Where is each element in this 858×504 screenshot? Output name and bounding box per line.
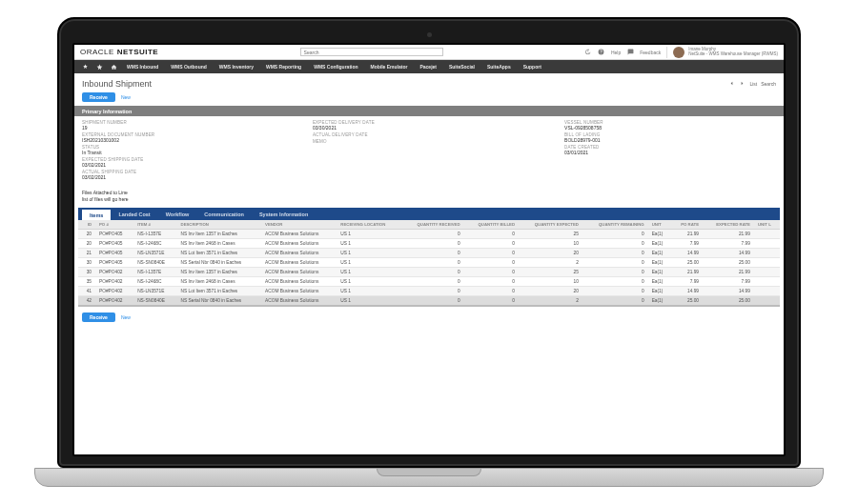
col-qbill[interactable]: QUANTITY BILLED bbox=[464, 220, 519, 230]
nav-support[interactable]: Support bbox=[518, 60, 547, 73]
cell-po: PO#PO405 bbox=[95, 258, 133, 268]
col-unit[interactable]: UNIT bbox=[648, 220, 671, 230]
table-row[interactable]: 42PO#PO402NS-SN0840ENS Serial Nbr 0840 i… bbox=[78, 296, 780, 307]
home-icon[interactable] bbox=[107, 60, 120, 73]
feedback-icon[interactable] bbox=[626, 49, 634, 56]
cell-id: 20 bbox=[78, 239, 95, 249]
star-icon[interactable] bbox=[92, 60, 106, 73]
subtab-workflow[interactable]: Workflow bbox=[158, 208, 197, 220]
cell-item: NS-LN3571E bbox=[133, 287, 176, 296]
cell-unit: Ea(1) bbox=[648, 258, 671, 268]
cell-desc: NS Inv Item 2468 in Cases bbox=[177, 277, 262, 287]
subtab-landed-cost[interactable]: Landed Cost bbox=[111, 208, 157, 220]
cell-qrem: 0 bbox=[582, 249, 648, 258]
subtab-communication[interactable]: Communication bbox=[196, 208, 252, 220]
table-row[interactable]: 35PO#PO402NS-I-2468CNS Inv Item 2468 in … bbox=[78, 277, 780, 287]
cell-qexp: 2 bbox=[519, 258, 582, 268]
primary-col-1: SHIPMENT NUMBER19 EXTERNAL DOCUMENT NUMB… bbox=[82, 120, 294, 182]
history-icon[interactable] bbox=[584, 49, 592, 56]
global-search-input[interactable] bbox=[300, 48, 443, 56]
cell-id: 21 bbox=[78, 249, 95, 258]
prev-record-icon[interactable] bbox=[728, 80, 735, 88]
next-record-icon[interactable] bbox=[739, 80, 746, 88]
col-loc[interactable]: RECEIVING LOCATION bbox=[337, 220, 401, 230]
search-link[interactable]: Search bbox=[761, 81, 776, 87]
cell-erate: 25.00 bbox=[703, 296, 754, 307]
nav-wms-outbound[interactable]: WMS Outbound bbox=[165, 60, 213, 73]
cell-loc: US 1 bbox=[337, 258, 401, 268]
cell-id: 42 bbox=[78, 296, 95, 307]
table-row[interactable]: 30PO#PO405NS-SN0840ENS Serial Nbr 0840 i… bbox=[78, 258, 780, 268]
nav-wms-configuration[interactable]: WMS Configuration bbox=[308, 60, 363, 73]
new-link-bottom[interactable]: New bbox=[121, 314, 131, 320]
col-po[interactable]: PO # bbox=[95, 220, 133, 230]
col-unitl[interactable]: UNIT L bbox=[754, 220, 780, 230]
col-qexp[interactable]: QUANTITY EXPECTED bbox=[519, 220, 582, 230]
cell-unitl bbox=[754, 296, 780, 307]
cell-vendor: ACOM Business Solutions bbox=[261, 277, 337, 287]
cell-porate: 25.00 bbox=[671, 296, 703, 307]
nav-pacejet[interactable]: Pacejet bbox=[414, 60, 442, 73]
top-bar: ORACLE NETSUITE Help bbox=[74, 45, 784, 60]
help-text[interactable]: Help bbox=[611, 50, 621, 55]
table-row[interactable]: 21PO#PO405NS-LN3571ENS Lot Item 3571 in … bbox=[78, 249, 780, 258]
col-porate[interactable]: PO RATE bbox=[671, 220, 703, 230]
cell-qexp: 25 bbox=[519, 268, 582, 277]
subtab-system-information[interactable]: System Information bbox=[252, 208, 316, 220]
table-row[interactable]: 20PO#PO405NS-I-1357ENS Inv Item 1357 in … bbox=[78, 230, 780, 239]
user-menu[interactable]: Imane Murphy NetSuite - WMS Warehouse Ma… bbox=[666, 47, 778, 58]
nav-crown-icon[interactable] bbox=[78, 60, 92, 73]
table-row[interactable]: 41PO#PO402NS-LN3571ENS Lot Item 3571 in … bbox=[78, 287, 780, 296]
col-item[interactable]: ITEM # bbox=[133, 220, 176, 230]
table-row[interactable]: 30PO#PO402NS-I-1357ENS Inv Item 1357 in … bbox=[78, 268, 780, 277]
cell-qbill: 0 bbox=[464, 258, 519, 268]
laptop-base bbox=[34, 468, 824, 487]
cell-po: PO#PO405 bbox=[95, 249, 133, 258]
cell-desc: NS Lot Item 3571 in Eaches bbox=[177, 287, 262, 296]
cell-qrecv: 0 bbox=[401, 287, 463, 296]
feedback-text[interactable]: Feedback bbox=[640, 50, 661, 55]
col-id[interactable]: ID bbox=[78, 220, 95, 230]
field-value: 03/02/2021 bbox=[82, 174, 294, 180]
cell-desc: NS Lot Item 3571 in Eaches bbox=[177, 249, 262, 258]
cell-qrecv: 0 bbox=[401, 258, 463, 268]
col-qrecv[interactable]: QUANTITY RECEIVED bbox=[401, 220, 463, 230]
help-icon[interactable] bbox=[598, 49, 605, 56]
cell-item: NS-I-2468C bbox=[133, 277, 176, 287]
col-qrem[interactable]: QUANTITY REMAINING bbox=[582, 220, 648, 230]
subtablist: Items Landed Cost Workflow Communication… bbox=[78, 208, 780, 220]
cell-unit: Ea(1) bbox=[648, 239, 671, 249]
subtab-items[interactable]: Items bbox=[82, 208, 111, 220]
field-value: ISH20210301002 bbox=[82, 137, 294, 143]
table-row[interactable]: 20PO#PO405NS-I-2468CNS Inv Item 2468 in … bbox=[78, 239, 780, 249]
nav-wms-inbound[interactable]: WMS Inbound bbox=[121, 60, 164, 73]
new-link[interactable]: New bbox=[121, 94, 131, 100]
cell-qrecv: 0 bbox=[401, 268, 463, 277]
nav-suitesocial[interactable]: SuiteSocial bbox=[443, 60, 480, 73]
cell-vendor: ACOM Business Solutions bbox=[261, 296, 337, 307]
receive-button-bottom[interactable]: Receive bbox=[82, 312, 115, 322]
cell-erate: 14.99 bbox=[703, 249, 754, 258]
cell-unit: Ea(1) bbox=[648, 249, 671, 258]
cell-qexp: 25 bbox=[519, 230, 582, 239]
cell-po: PO#PO402 bbox=[95, 268, 133, 277]
cell-desc: NS Serial Nbr 0840 in Eaches bbox=[177, 296, 262, 307]
user-role: NetSuite - WMS Warehouse Manager (RWMS) bbox=[688, 52, 778, 57]
nav-wms-reporting[interactable]: WMS Reporting bbox=[260, 60, 307, 73]
cell-qexp: 2 bbox=[519, 296, 582, 307]
col-vendor[interactable]: VENDOR bbox=[261, 220, 337, 230]
nav-wms-inventory[interactable]: WMS Inventory bbox=[214, 60, 259, 73]
col-erate[interactable]: EXPECTED RATE bbox=[703, 220, 754, 230]
cell-loc: US 1 bbox=[337, 296, 401, 307]
cell-desc: NS Inv Item 1357 in Eaches bbox=[177, 230, 262, 239]
list-link[interactable]: List bbox=[749, 81, 757, 87]
nav-suiteapps[interactable]: SuiteApps bbox=[481, 60, 517, 73]
nav-mobile-emulator[interactable]: Mobile Emulator bbox=[365, 60, 414, 73]
cell-qexp: 10 bbox=[519, 277, 582, 287]
cell-qrem: 0 bbox=[582, 268, 648, 277]
cell-porate: 7.99 bbox=[671, 277, 703, 287]
cell-item: NS-I-2468C bbox=[133, 239, 176, 249]
col-desc[interactable]: DESCRIPTION bbox=[177, 220, 262, 230]
receive-button[interactable]: Receive bbox=[82, 92, 115, 102]
cell-qrecv: 0 bbox=[401, 249, 463, 258]
